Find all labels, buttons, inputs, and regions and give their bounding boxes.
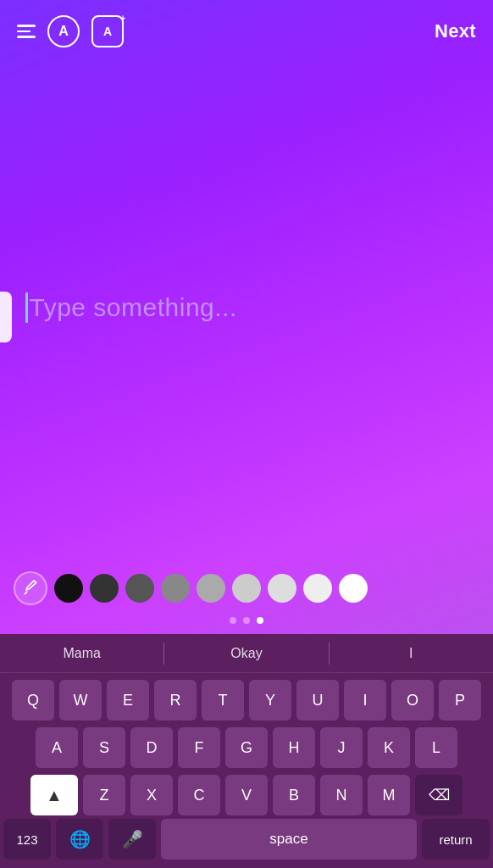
eyedropper-button[interactable] (14, 571, 47, 605)
microphone-button[interactable]: 🎤 (108, 819, 156, 860)
bottom-row: 123 🌐 🎤 space return (0, 819, 493, 868)
svg-line-0 (25, 592, 27, 594)
toolbar-icons: A A + (17, 15, 124, 47)
color-dot-white[interactable] (339, 574, 368, 603)
key-z[interactable]: Z (83, 775, 125, 815)
key-q[interactable]: Q (12, 680, 54, 721)
keyboard-area: Mama Okay I Q W E R T Y U I O P A (0, 634, 493, 868)
key-y[interactable]: Y (249, 680, 291, 721)
color-dot-medium-gray[interactable] (161, 574, 190, 603)
key-v[interactable]: V (225, 775, 268, 815)
space-button[interactable]: space (161, 819, 417, 860)
suggestion-mama[interactable]: Mama (0, 634, 163, 672)
key-i[interactable]: I (344, 680, 386, 721)
backspace-icon: ⌫ (429, 786, 450, 804)
key-l[interactable]: L (415, 727, 457, 768)
text-input-area[interactable]: Type something... (0, 56, 493, 559)
key-m[interactable]: M (368, 775, 410, 815)
plus-superscript: + (120, 14, 125, 23)
shift-button[interactable]: ▲ (30, 775, 78, 815)
eyedropper-icon (22, 580, 39, 597)
key-o[interactable]: O (391, 680, 434, 721)
key-c[interactable]: C (178, 775, 220, 815)
return-button[interactable]: return (422, 819, 490, 860)
pagination-dot-3[interactable] (257, 617, 263, 624)
color-dot-near-white[interactable] (303, 574, 332, 603)
numbers-button[interactable]: 123 (3, 819, 51, 860)
key-d[interactable]: D (130, 727, 173, 768)
key-t[interactable]: T (202, 680, 244, 721)
color-dot-lighter-gray[interactable] (232, 574, 261, 603)
keyboard-rows: Q W E R T Y U I O P A S D F G H J K (0, 673, 493, 819)
globe-icon: 🌐 (69, 829, 91, 849)
color-dot-black[interactable] (54, 574, 83, 603)
backspace-button[interactable]: ⌫ (415, 775, 463, 815)
text-cursor (25, 292, 28, 323)
pagination-dots (0, 610, 493, 634)
hamburger-icon[interactable] (17, 25, 36, 38)
key-a[interactable]: A (36, 727, 78, 768)
key-row-2: A S D F G H J K L (3, 727, 490, 768)
color-dot-dark-gray[interactable] (90, 574, 119, 603)
key-s[interactable]: S (83, 727, 125, 768)
font-style-button[interactable]: A (47, 15, 80, 47)
key-n[interactable]: N (320, 775, 363, 815)
key-row-3: ▲ Z X C V B N M ⌫ (3, 775, 490, 815)
toolbar: A A + Next (0, 0, 493, 56)
key-f[interactable]: F (178, 727, 220, 768)
side-handle[interactable] (0, 292, 12, 342)
globe-button[interactable]: 🌐 (56, 819, 103, 860)
key-k[interactable]: K (368, 727, 410, 768)
key-w[interactable]: W (59, 680, 102, 721)
color-dot-gray[interactable] (125, 574, 154, 603)
key-p[interactable]: P (439, 680, 481, 721)
app-container: A A + Next Type something... (0, 0, 493, 868)
key-j[interactable]: J (320, 727, 363, 768)
color-dot-light-medium-gray[interactable] (197, 574, 225, 603)
suggestion-i[interactable]: I (330, 634, 493, 672)
suggestion-okay[interactable]: Okay (164, 634, 328, 672)
key-u[interactable]: U (296, 680, 339, 721)
color-row (14, 571, 479, 605)
canvas-area: A A + Next Type something... (0, 0, 493, 634)
key-b[interactable]: B (273, 775, 315, 815)
key-x[interactable]: X (130, 775, 173, 815)
font-size-button[interactable]: A + (91, 15, 124, 47)
key-e[interactable]: E (107, 680, 149, 721)
word-suggestions: Mama Okay I (0, 634, 493, 673)
next-button[interactable]: Next (435, 20, 476, 42)
microphone-icon: 🎤 (122, 829, 143, 849)
key-g[interactable]: G (225, 727, 268, 768)
key-h[interactable]: H (273, 727, 315, 768)
pagination-dot-1[interactable] (230, 617, 236, 624)
color-dot-very-light-gray[interactable] (268, 574, 296, 603)
key-row-1: Q W E R T Y U I O P (3, 680, 490, 721)
placeholder-text: Type something... (30, 293, 237, 322)
pagination-dot-2[interactable] (243, 617, 250, 624)
key-r[interactable]: R (154, 680, 197, 721)
color-picker-section (0, 559, 493, 610)
shift-icon: ▲ (46, 786, 63, 805)
text-placeholder-wrapper: Type something... (25, 292, 237, 323)
